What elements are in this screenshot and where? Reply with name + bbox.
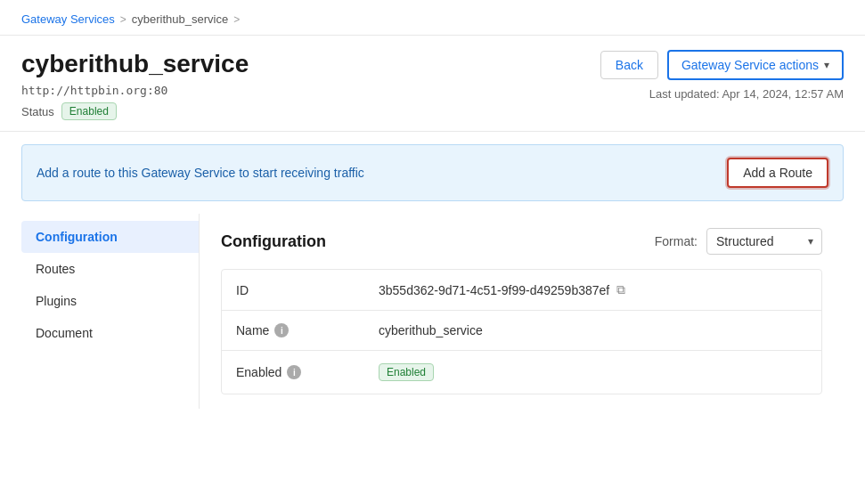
sidebar-item-configuration[interactable]: Configuration: [21, 221, 199, 253]
alert-banner: Add a route to this Gateway Service to s…: [21, 144, 844, 201]
sidebar: Configuration Routes Plugins Document: [21, 214, 200, 409]
sidebar-item-label: Document: [36, 326, 93, 340]
sidebar-item-label: Plugins: [36, 294, 77, 308]
field-value-enabled: Enabled: [379, 363, 434, 381]
last-updated: Last updated: Apr 14, 2024, 12:57 AM: [649, 87, 844, 101]
add-route-button[interactable]: Add a Route: [727, 158, 828, 188]
main-panel: Configuration Format: Structured JSON YA…: [200, 214, 844, 409]
sidebar-item-label: Configuration: [36, 230, 118, 244]
breadcrumb-sep1: >: [120, 13, 126, 26]
page-header-right: Back Gateway Service actions ▾ Last upda…: [600, 50, 844, 101]
status-label: Status: [21, 105, 54, 118]
sidebar-item-plugins[interactable]: Plugins: [21, 285, 199, 317]
header-actions: Back Gateway Service actions ▾: [600, 50, 844, 80]
field-key-enabled: Enabled i: [236, 365, 379, 379]
back-button[interactable]: Back: [600, 51, 658, 79]
breadcrumb-current: cyberithub_service: [132, 12, 228, 26]
alert-message: Add a route to this Gateway Service to s…: [37, 166, 364, 180]
sidebar-item-document[interactable]: Document: [21, 317, 199, 349]
page-header-left: cyberithub_service http://httpbin.org:80…: [21, 50, 249, 120]
page-url: http://httpbin.org:80: [21, 84, 249, 97]
id-value: 3b55d362-9d71-4c51-9f99-d49259b387ef: [379, 283, 609, 297]
info-icon[interactable]: i: [287, 365, 301, 379]
copy-icon[interactable]: ⧉: [616, 282, 625, 297]
format-select[interactable]: Structured JSON YAML: [706, 228, 822, 255]
sidebar-item-label: Routes: [36, 262, 75, 276]
sidebar-item-routes[interactable]: Routes: [21, 253, 199, 285]
table-row: ID 3b55d362-9d71-4c51-9f99-d49259b387ef …: [222, 270, 821, 311]
breadcrumb: Gateway Services > cyberithub_service >: [21, 12, 844, 26]
config-section-title: Configuration: [221, 232, 326, 251]
field-value-id: 3b55d362-9d71-4c51-9f99-d49259b387ef ⧉: [379, 282, 625, 297]
field-key-name: Name i: [236, 323, 379, 337]
enabled-badge: Enabled: [379, 363, 434, 381]
status-badge: Enabled: [61, 102, 117, 120]
breadcrumb-sep2: >: [233, 13, 240, 26]
content-area: Configuration Routes Plugins Document Co…: [21, 214, 844, 409]
table-row: Name i cyberithub_service: [222, 311, 821, 351]
config-table: ID 3b55d362-9d71-4c51-9f99-d49259b387ef …: [221, 269, 822, 394]
top-bar: Gateway Services > cyberithub_service >: [0, 0, 865, 36]
breadcrumb-parent-link[interactable]: Gateway Services: [21, 12, 115, 26]
chevron-down-icon: ▾: [824, 59, 829, 71]
field-key-label: ID: [236, 283, 249, 297]
info-icon[interactable]: i: [274, 323, 289, 337]
format-label: Format:: [655, 234, 698, 248]
config-header: Configuration Format: Structured JSON YA…: [221, 228, 822, 255]
table-row: Enabled i Enabled: [222, 351, 821, 394]
name-value: cyberithub_service: [379, 323, 483, 337]
page-header: cyberithub_service http://httpbin.org:80…: [0, 36, 865, 132]
field-key-label: Enabled: [236, 365, 282, 379]
page-title: cyberithub_service: [21, 50, 249, 78]
status-row: Status Enabled: [21, 102, 249, 120]
format-select-wrapper[interactable]: Structured JSON YAML: [706, 228, 822, 255]
field-key-label: Name: [236, 323, 269, 337]
format-selector: Format: Structured JSON YAML: [655, 228, 822, 255]
actions-label: Gateway Service actions: [681, 58, 819, 72]
field-key-id: ID: [236, 283, 379, 297]
field-value-name: cyberithub_service: [379, 323, 483, 337]
gateway-service-actions-button[interactable]: Gateway Service actions ▾: [667, 50, 844, 80]
